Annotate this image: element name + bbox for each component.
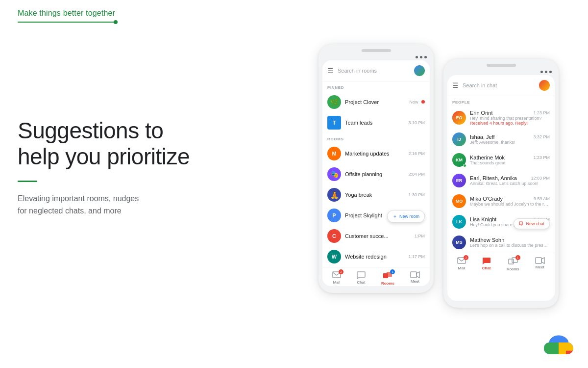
wifi-icon <box>424 56 427 58</box>
person-info: Mika O'Grady 9:59 AM Maybe we should add… <box>470 196 550 207</box>
person-info: Katherine Mok 1:23 PM That sounds great <box>470 155 550 165</box>
room-time: 1:17 PM <box>408 254 425 259</box>
person-info: Matthew Sohn Let's hop on a call to disc… <box>470 237 550 248</box>
green-divider <box>18 181 37 182</box>
room-info: Yoga break 1:30 PM <box>345 192 425 198</box>
room-name: Customer succe... <box>345 233 389 239</box>
room-info: Offsite planning 2:04 PM <box>345 171 425 177</box>
person-info: Ishaa, Jeff 3:32 PM Jeff: Awesome, thank… <box>470 134 550 145</box>
person-name: Katherine Mok <box>470 155 505 160</box>
room-time: 2:04 PM <box>408 172 425 177</box>
nav-meet[interactable]: Meet <box>410 271 420 286</box>
plus-icon: ＋ <box>392 213 397 220</box>
msg-preview: Hey, mind sharing that presentation? <box>470 116 550 121</box>
room-avatar: 🌿 <box>327 95 341 109</box>
list-item[interactable]: KM Katherine Mok 1:23 PM That sounds gre… <box>447 150 555 170</box>
search-placeholder: Search in rooms <box>338 68 410 74</box>
bottom-nav-rooms: 2 Mail Chat 1 Rooms Meet <box>322 267 430 286</box>
search-bar[interactable]: ☰ Search in rooms <box>322 60 430 81</box>
phone-chat: ☰ Search in chat PEOPLE EO Erin Orint 1:… <box>443 59 559 308</box>
list-item[interactable]: 🎭 Offsite planning 2:04 PM <box>322 164 430 184</box>
nav-rooms[interactable]: 1 Rooms <box>507 257 519 271</box>
hamburger-icon[interactable]: ☰ <box>452 81 459 89</box>
status-dot <box>545 71 547 73</box>
avatar <box>539 80 550 91</box>
msg-time: 1:23 PM <box>533 155 550 160</box>
person-avatar: KM <box>452 153 466 167</box>
person-avatar: LK <box>452 215 466 229</box>
room-name: Yoga break <box>345 192 372 198</box>
room-avatar: T <box>327 116 341 130</box>
section-people: PEOPLE <box>447 96 555 106</box>
wifi-icon <box>549 71 552 73</box>
hamburger-icon[interactable]: ☰ <box>327 67 334 75</box>
nav-rooms[interactable]: 1 Rooms <box>381 271 394 286</box>
room-time: 1:30 PM <box>408 192 425 197</box>
list-item[interactable]: M Marketing updates 2:16 PM <box>322 143 430 164</box>
rooms-badge: 1 <box>515 255 520 260</box>
person-avatar: MO <box>452 194 466 208</box>
person-avatar: IJ <box>452 132 466 146</box>
tagline: Make things better together <box>18 9 116 18</box>
list-item[interactable]: W Website redesign 1:17 PM <box>322 246 430 267</box>
new-room-fab[interactable]: ＋ New room <box>387 210 425 223</box>
msg-time: 9:59 AM <box>534 196 550 201</box>
room-name: Team leads <box>345 120 372 126</box>
list-item[interactable]: 🌿 Project Clover Now <box>322 92 430 112</box>
search-bar[interactable]: ☰ Search in chat <box>447 75 555 96</box>
list-item[interactable]: C Customer succe... 1:PM ＋ New room <box>322 226 430 246</box>
room-avatar: W <box>327 250 341 263</box>
list-item[interactable]: IJ Ishaa, Jeff 3:32 PM Jeff: Awesome, th… <box>447 129 555 150</box>
nav-meet[interactable]: Meet <box>535 257 545 271</box>
status-dot <box>416 56 418 58</box>
nav-chat[interactable]: Chat <box>357 271 366 286</box>
person-name: Mika O'Grady <box>470 196 503 202</box>
person-avatar: ER <box>452 174 466 187</box>
nav-mail[interactable]: 2 Mail <box>332 271 341 286</box>
room-name: Website redesign <box>345 254 387 260</box>
new-chat-fab[interactable]: New chat <box>514 218 550 229</box>
person-name: Earl, Ritesh, Annika <box>470 175 517 181</box>
new-chat-icon <box>519 221 524 226</box>
nav-mail[interactable]: 2 Mail <box>457 257 466 271</box>
svg-rect-6 <box>509 259 514 264</box>
list-item[interactable]: EO Erin Orint 1:23 PM Hey, mind sharing … <box>447 106 555 129</box>
sub-text: Elevating important rooms, nudgesfor neg… <box>18 193 204 217</box>
phone-notch <box>362 49 391 52</box>
status-bar <box>322 56 430 60</box>
nudge-text: Received 4 hours ago. Reply! <box>470 121 550 126</box>
phones-container: ☰ Search in rooms PINNED 🌿 Project Clove… <box>318 44 559 308</box>
phone-rooms: ☰ Search in rooms PINNED 🌿 Project Clove… <box>318 44 434 293</box>
room-name: Project Clover <box>345 99 379 105</box>
room-time: 2:16 PM <box>408 151 425 156</box>
rooms-badge: 1 <box>390 269 395 274</box>
room-time: Now <box>409 100 425 105</box>
bottom-nav-chat: 2 Mail Chat 1 Rooms Meet <box>447 253 555 271</box>
svg-rect-3 <box>411 272 416 278</box>
msg-time: 12:03 PM <box>531 176 550 181</box>
list-item[interactable]: T Team leads 3:10 PM <box>322 112 430 133</box>
section-pinned: PINNED <box>322 81 430 92</box>
msg-preview: That sounds great <box>470 160 550 165</box>
section-rooms: ROOMS <box>322 133 430 143</box>
list-item[interactable]: MO Mika O'Grady 9:59 AM Maybe we should … <box>447 191 555 211</box>
mail-badge: 2 <box>464 255 468 260</box>
list-item[interactable]: MS Matthew Sohn Let's hop on a call to d… <box>447 232 555 253</box>
room-avatar: C <box>327 229 341 243</box>
room-info: Website redesign 1:17 PM <box>345 254 425 260</box>
msg-preview: Jeff: Awesome, thanks! <box>470 140 550 145</box>
list-item[interactable]: ER Earl, Ritesh, Annika 12:03 PM Annika:… <box>447 170 555 191</box>
room-info: Team leads 3:10 PM <box>345 120 425 126</box>
msg-preview: Let's hop on a call to discuss the prese… <box>470 243 550 248</box>
nav-chat[interactable]: Chat <box>482 257 491 271</box>
person-name: Ishaa, Jeff <box>470 134 495 140</box>
person-avatar: EO <box>452 111 466 125</box>
room-info: Customer succe... 1:PM <box>345 233 425 239</box>
room-name: Project Skylight <box>345 212 382 218</box>
list-item[interactable]: 🧘 Yoga break 1:30 PM <box>322 184 430 205</box>
header-underline <box>18 22 116 23</box>
phone-screen-rooms: ☰ Search in rooms PINNED 🌿 Project Clove… <box>322 60 430 286</box>
room-info: Marketing updates 2:16 PM <box>345 151 425 157</box>
svg-rect-4 <box>519 222 522 225</box>
phone-notch <box>487 64 516 67</box>
